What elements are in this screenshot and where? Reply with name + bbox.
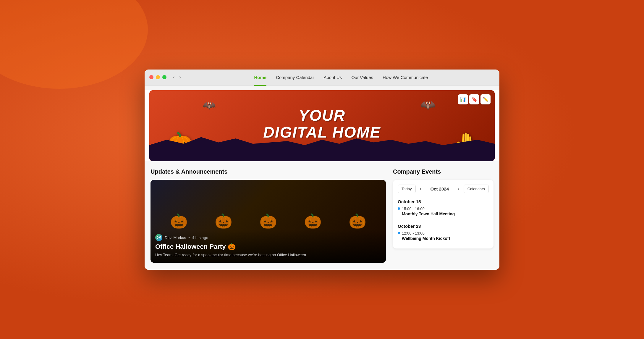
event-date-oct23: October 23 bbox=[398, 224, 489, 229]
browser-content: 🦇 🦇 🎃 🤚 Your Digital Home 📊 🔖 ✏️ bbox=[145, 90, 499, 270]
nav-item-about-us[interactable]: About Us bbox=[323, 73, 342, 82]
nav-arrows: ‹ › bbox=[171, 74, 183, 80]
author-avatar: DM bbox=[155, 234, 162, 241]
main-layout: Updates & Announcements 🎃 🎃 🎃 🎃 🎃 bbox=[145, 161, 499, 270]
event-divider bbox=[398, 220, 489, 220]
updates-section-title: Updates & Announcements bbox=[151, 168, 386, 175]
event-name-town-hall: Monthly Town Hall Meeting bbox=[402, 212, 489, 216]
events-list: October 15 15:00 - 16:00 Monthly Town Ha… bbox=[398, 199, 489, 241]
calendar-today-button[interactable]: Today bbox=[398, 185, 416, 193]
event-dot-wellbeing bbox=[398, 232, 400, 234]
chart-icon: 📊 bbox=[460, 96, 466, 102]
edit-icon: ✏️ bbox=[483, 96, 488, 102]
event-time-label-town-hall: 15:00 - 16:00 bbox=[402, 206, 425, 211]
browser-chrome: ‹ › Home Company Calendar About Us Our V… bbox=[145, 70, 499, 85]
event-item-town-hall[interactable]: 15:00 - 16:00 Monthly Town Hall Meeting bbox=[398, 206, 489, 216]
bookmark-button[interactable]: 🔖 bbox=[469, 94, 479, 104]
article-title: Office Halloween Party 🎃 bbox=[155, 243, 381, 251]
traffic-lights bbox=[149, 75, 166, 79]
article-card[interactable]: 🎃 🎃 🎃 🎃 🎃 DM Devi Markus • 4 hrs ag bbox=[151, 180, 386, 263]
event-time-town-hall: 15:00 - 16:00 bbox=[398, 206, 489, 211]
event-time-label-wellbeing: 12:00 - 13:00 bbox=[402, 231, 425, 235]
event-date-oct15: October 15 bbox=[398, 199, 489, 204]
bat-right-icon: 🦇 bbox=[420, 98, 436, 112]
article-excerpt: Hey Team, Get ready for a spooktacular t… bbox=[155, 252, 381, 258]
traffic-light-red[interactable] bbox=[149, 75, 153, 79]
article-time-ago: 4 hrs ago bbox=[192, 235, 208, 240]
event-item-wellbeing[interactable]: 12:00 - 13:00 Wellbeing Month Kickoff bbox=[398, 231, 489, 241]
hero-title-line1: Your bbox=[263, 107, 381, 124]
calendar-month-label: Oct 2024 bbox=[425, 186, 454, 191]
hero-banner: 🦇 🦇 🎃 🤚 Your Digital Home 📊 🔖 ✏️ bbox=[149, 90, 495, 161]
events-panel: Today ‹ Oct 2024 › Calendars October 15 bbox=[393, 180, 493, 248]
back-button[interactable]: ‹ bbox=[171, 74, 176, 80]
forward-button[interactable]: › bbox=[177, 74, 182, 80]
hero-title: Your Digital Home bbox=[263, 107, 381, 141]
hero-toolbar: 📊 🔖 ✏️ bbox=[458, 94, 491, 104]
event-time-wellbeing: 12:00 - 13:00 bbox=[398, 231, 489, 235]
nav-item-company-calendar[interactable]: Company Calendar bbox=[276, 73, 314, 82]
nav-item-our-values[interactable]: Our Values bbox=[351, 73, 373, 82]
article-author-row: DM Devi Markus • 4 hrs ago bbox=[155, 234, 381, 241]
right-column: Company Events Today ‹ Oct 2024 › Calend… bbox=[393, 168, 493, 263]
article-pumpkin-4: 🎃 bbox=[304, 213, 322, 230]
left-column: Updates & Announcements 🎃 🎃 🎃 🎃 🎃 bbox=[151, 168, 386, 263]
nav-item-how-we-communicate[interactable]: How We Communicate bbox=[383, 73, 428, 82]
article-pumpkin-3: 🎃 bbox=[259, 213, 277, 230]
article-pumpkin-5: 🎃 bbox=[349, 213, 366, 230]
navigation-bar: Home Company Calendar About Us Our Value… bbox=[187, 73, 495, 82]
nav-item-home[interactable]: Home bbox=[254, 73, 266, 82]
article-pumpkin-2: 🎃 bbox=[215, 213, 232, 230]
traffic-light-yellow[interactable] bbox=[156, 75, 160, 79]
event-dot-town-hall bbox=[398, 207, 400, 210]
events-section-title: Company Events bbox=[393, 168, 493, 175]
author-name: Devi Markus bbox=[165, 235, 186, 240]
calendar-nav: Today ‹ Oct 2024 › Calendars bbox=[398, 185, 489, 193]
article-pumpkin-1: 🎃 bbox=[170, 213, 188, 230]
traffic-light-green[interactable] bbox=[162, 75, 166, 79]
calendars-button[interactable]: Calendars bbox=[464, 185, 489, 193]
event-name-wellbeing: Wellbeing Month Kickoff bbox=[402, 236, 489, 241]
bat-left-icon: 🦇 bbox=[203, 99, 216, 112]
analytics-button[interactable]: 📊 bbox=[458, 94, 468, 104]
article-overlay: DM Devi Markus • 4 hrs ago Office Hallow… bbox=[151, 229, 386, 262]
calendar-prev-button[interactable]: ‹ bbox=[418, 185, 423, 193]
author-time: • bbox=[188, 235, 190, 240]
edit-button[interactable]: ✏️ bbox=[480, 94, 491, 104]
hero-title-line2: Digital Home bbox=[263, 124, 381, 141]
calendar-next-button[interactable]: › bbox=[456, 185, 461, 193]
browser-window: ‹ › Home Company Calendar About Us Our V… bbox=[145, 70, 499, 270]
bookmark-icon: 🔖 bbox=[471, 96, 477, 102]
